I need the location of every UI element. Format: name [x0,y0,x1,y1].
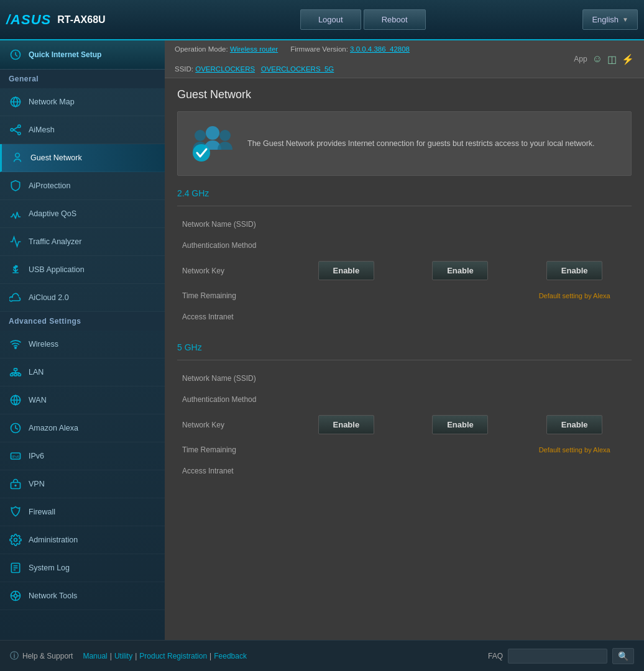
enable-button-1-24ghz[interactable]: Enable [318,261,374,280]
cell-auth-3-24 [517,235,632,256]
cell-auth-1-24 [289,235,403,256]
sidebar-item-vpn[interactable]: VPN [0,470,165,498]
sidebar-item-system-log[interactable]: System Log [0,554,165,582]
product-registration-link[interactable]: Product Registration [139,652,207,660]
manual-link[interactable]: Manual [83,652,107,660]
firmware-link[interactable]: 3.0.0.4.386_42808 [350,45,410,53]
system-log-label: System Log [29,564,70,572]
top-bar: /ASUS RT-AX68U Logout Reboot English ▼ [0,0,644,40]
sidebar-item-usb-application[interactable]: USB Application [0,256,165,284]
lan-label: LAN [29,368,44,377]
sidebar-item-network-map[interactable]: Network Map [0,88,165,116]
enable-button-2-5ghz[interactable]: Enable [432,415,488,434]
sidebar-item-lan[interactable]: LAN [0,358,165,386]
ssid-2g-link[interactable]: OVERCLOCKERS [195,65,255,73]
logout-button[interactable]: Logout [300,9,361,30]
quick-setup-label: Quick Internet Setup [29,50,101,59]
sidebar-item-wireless[interactable]: Wireless [0,331,165,358]
usb-header-icon[interactable]: ⚡ [622,53,634,65]
label-time-5: Time Remaining [177,439,289,460]
cell-access-3-5 [517,460,632,482]
svg-point-38 [206,126,219,140]
administration-label: Administration [29,536,78,544]
sidebar-item-traffic-analyzer[interactable]: Traffic Analyzer [0,228,165,256]
label-time-24: Time Remaining [177,285,289,306]
top-buttons: Logout Reboot [143,9,582,30]
qos-icon [9,207,22,221]
cell-alexa-5: Default setting by Alexa [517,439,632,460]
section-advanced: Advanced Settings [0,312,165,331]
cloud-icon [9,291,22,304]
svg-rect-11 [11,374,13,376]
aimesh-label: AiMesh [29,126,55,134]
main-layout: Quick Internet Setup General Network Map [0,40,644,640]
faq-search-button[interactable]: 🔍 [612,648,634,664]
svg-point-7 [16,153,20,158]
wifi-icon [9,337,22,351]
enable-button-3-24ghz[interactable]: Enable [546,261,602,280]
enable-button-1-5ghz[interactable]: Enable [318,415,374,434]
faq-search-input[interactable] [508,649,607,664]
sidebar: Quick Internet Setup General Network Map [0,40,165,640]
mesh-icon [9,123,22,137]
usb-icon [9,263,22,276]
ssid-5g-link[interactable]: OVERCLOCKERS_5G [261,65,334,73]
cell-enable-3-5: Enable [517,410,632,439]
cell-network-name-3-24 [517,214,632,235]
bottom-bar: ⓘ Help & Support Manual | Utility | Prod… [0,640,644,671]
enable-button-3-5ghz[interactable]: Enable [546,415,602,434]
info-panel-text: The Guest Network provides Internet conn… [247,138,595,150]
info-panel: The Guest Network provides Internet conn… [177,111,632,176]
reboot-button[interactable]: Reboot [364,9,426,30]
sidebar-item-network-tools[interactable]: Network Tools [0,582,165,610]
wan-label: WAN [29,396,47,404]
cell-network-name-3-5 [517,368,632,389]
cell-auth-1-5 [289,389,403,410]
feedback-link[interactable]: Feedback [214,652,247,660]
faq-label: FAQ [488,652,503,660]
svg-point-10 [15,347,17,349]
vpn-icon [9,477,22,491]
user-icon[interactable]: ☺ [592,53,602,65]
cell-access-2-5 [403,460,518,482]
enable-button-2-24ghz[interactable]: Enable [432,261,488,280]
cell-access-2-24 [403,306,518,327]
quick-setup-icon [9,48,22,62]
svg-point-8 [14,267,15,268]
cell-network-name-1-5 [289,368,403,389]
sidebar-item-firewall[interactable]: Firewall [0,498,165,526]
svg-point-37 [195,130,206,141]
alexa-label-5ghz: Default setting by Alexa [539,446,610,454]
cell-time-2-5 [403,439,518,460]
cell-enable-1-5: Enable [289,410,403,439]
network-map-label: Network Map [29,98,75,106]
shield-icon [9,179,22,193]
sidebar-item-aiprotection[interactable]: AiProtection [0,172,165,200]
label-auth-5: Authentication Method [177,389,289,410]
cell-time-1-5 [289,439,403,460]
freq-title-5ghz: 5 GHz [177,342,632,355]
monitor-icon[interactable]: ◫ [607,53,617,65]
sidebar-item-wan[interactable]: WAN [0,386,165,414]
sidebar-item-guest-network[interactable]: Guest Network [0,144,165,172]
cell-access-3-24 [517,306,632,327]
info-bar-left: Operation Mode: Wireless router Firmware… [175,45,574,73]
sidebar-item-adaptive-qos[interactable]: Adaptive QoS [0,200,165,228]
cell-access-1-24 [289,306,403,327]
firewall-icon [9,505,22,519]
sep2: | [135,652,137,660]
admin-icon [9,533,22,547]
sidebar-item-amazon-alexa[interactable]: Amazon Alexa [0,414,165,442]
sidebar-item-quick-setup[interactable]: Quick Internet Setup [0,40,165,70]
operation-mode-link[interactable]: Wireless router [230,45,278,53]
sidebar-item-aicloud[interactable]: AiCloud 2.0 [0,284,165,312]
language-selector[interactable]: English ▼ [582,9,638,30]
svg-line-5 [13,127,18,130]
sidebar-item-administration[interactable]: Administration [0,526,165,554]
sidebar-item-ipv6[interactable]: IPv6 IPv6 [0,442,165,470]
sidebar-item-aimesh[interactable]: AiMesh [0,116,165,144]
utility-link[interactable]: Utility [114,652,132,660]
cell-enable-1-24: Enable [289,256,403,285]
content-area: Operation Mode: Wireless router Firmware… [165,40,644,640]
svg-point-9 [16,266,17,268]
